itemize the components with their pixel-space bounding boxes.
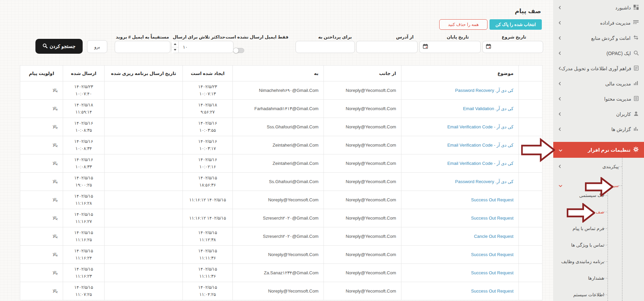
sidebar-item-content-management[interactable]: مدیریت محتوا [553, 91, 644, 106]
reports-icon [634, 126, 639, 132]
clear-selected-button[interactable]: انتخاب شده را پاک کن [489, 19, 542, 30]
start-date-field[interactable] [491, 41, 543, 53]
sidebar-item-dashboard[interactable]: داشبورد [553, 0, 644, 15]
toggle-knob [233, 48, 239, 53]
max-attempts-input[interactable] [171, 41, 233, 53]
search-button[interactable]: جستجو کردن [35, 39, 83, 54]
table-row: کی دی آر - Email Verification Code Norep… [20, 154, 542, 173]
document-delivery-icon [634, 66, 639, 72]
chevron-left-icon [559, 111, 561, 117]
subject-link[interactable]: کی دی آر. Password Recovery [455, 88, 513, 93]
pay-to-input[interactable] [296, 41, 355, 53]
content-icon [634, 96, 639, 102]
users-icon [634, 111, 639, 117]
subject-link[interactable]: کی دی آر - Email Verification Code [447, 143, 513, 148]
sidebar-item-metadata-management[interactable]: مدیریت فراداده [553, 15, 644, 30]
metadata-icon [633, 20, 639, 26]
sidebar-item-task-scheduler[interactable]: برنامه زمانبندی وظایف [553, 254, 644, 269]
col-header-to: به [233, 66, 324, 81]
end-date-field[interactable] [428, 41, 480, 53]
calendar-icon [423, 44, 428, 50]
finance-icon [634, 81, 639, 86]
table-row: Success Out Request Noreply@Yecomsoft.Co… [20, 209, 542, 227]
col-header-from: از جانب [324, 66, 401, 81]
spinner-up-button[interactable] [172, 41, 178, 47]
table-row: کی دی آر. Password Recovery Noreply@Yeco… [20, 81, 542, 100]
table-header-row: موضوع از جانب به ایجاد شده است تاریخ ارس… [20, 66, 542, 81]
table-row: کی دی آر. Email Validation Noreply@Yecom… [20, 100, 542, 118]
subject-link[interactable]: کی دی آر - Email Verification Code [447, 124, 513, 129]
subject-link[interactable]: کی دی آر. Email Validation [463, 106, 513, 111]
chevron-down-icon [559, 183, 562, 188]
table-row: Cancle Out Request Noreply@Yecomsoft.Com… [20, 227, 542, 246]
submenu-tree-line [622, 158, 622, 301]
max-attempts-label: حداکثر تلاش برای ارسال [173, 34, 225, 40]
sidebar-item-system-log[interactable]: لاگ سیستمی [553, 188, 644, 203]
table-row: Success Out Request Noreply@Yecomsoft.Co… [20, 191, 542, 209]
end-date-input[interactable] [419, 41, 481, 53]
sidebar-item-configuration[interactable]: پیکربندی [553, 159, 644, 174]
chevron-left-icon [559, 51, 561, 56]
spinner-down-button[interactable] [172, 47, 178, 53]
col-header-created: ایجاد شده است [183, 66, 233, 81]
col-header-priority: اولویت پیام [20, 66, 63, 81]
number-spinner [172, 41, 179, 53]
chevron-left-icon [559, 164, 561, 169]
calendar-icon [486, 44, 491, 50]
subject-link[interactable]: Cancle Out Request [474, 234, 513, 239]
start-date-label: تاریخ شروع [502, 34, 526, 40]
sidebar-item-financial-management[interactable]: مدیریت مالی [553, 76, 644, 91]
sidebar-item-users[interactable]: کاربران [553, 106, 644, 122]
sidebar-item-message-queue[interactable]: صف پیام [553, 204, 644, 219]
opac-search-icon [634, 50, 639, 56]
chevron-down-icon [559, 147, 562, 153]
max-attempts-field[interactable] [179, 41, 233, 53]
search-icon [43, 43, 48, 49]
subject-link[interactable]: کی دی آر - Email Verification Code [447, 161, 513, 166]
sidebar-item-contact-form[interactable]: فرم تماس با پیام [553, 221, 644, 236]
table-row: Success Out Request Noreply@Yecomsoft.Co… [20, 264, 542, 282]
message-queue-table: موضوع از جانب به ایجاد شده است تاریخ ارس… [20, 65, 542, 300]
col-header-scheduled: تاریخ ارسال برنامه ریزی شده [105, 66, 183, 81]
only-unsent-toggle[interactable] [233, 48, 244, 53]
chevron-left-icon [559, 66, 561, 71]
goto-email-field[interactable] [115, 41, 170, 53]
col-header-sent: ارسال شده [63, 66, 105, 81]
sidebar-item-opac[interactable]: اپک (OPAC) [553, 46, 644, 61]
delete-all-button[interactable]: همه را حذف کنید [439, 19, 487, 30]
chevron-left-icon [559, 127, 561, 132]
gear-icon [633, 147, 639, 153]
sidebar-item-software-settings[interactable]: تنظیمات نرم افزار [553, 142, 644, 158]
pay-to-label: برای پرداختن به [318, 34, 352, 40]
from-address-input[interactable] [356, 41, 418, 53]
subject-link[interactable]: Success Out Request [471, 289, 513, 294]
sidebar-item-system-info[interactable]: اطلاعات سیستم [553, 287, 644, 301]
goto-email-label: مستقیماً به ایمیل # بروید [116, 34, 169, 40]
subject-link[interactable]: Success Out Request [471, 216, 513, 221]
subject-link[interactable]: Success Out Request [471, 270, 513, 275]
from-address-field[interactable] [357, 41, 417, 53]
go-button[interactable]: برو [87, 40, 107, 53]
table-row: کی دی آر. Password Recovery Noreply@Yeco… [20, 173, 542, 191]
page-title: صف پیام [515, 7, 541, 15]
sidebar-item-document-delivery[interactable]: فراهم آوری اطلاعات و تحویل مدرک [553, 61, 644, 76]
table-row: کی دی آر - Email Verification Code Norep… [20, 136, 542, 154]
circulation-icon [633, 35, 639, 41]
goto-email-input[interactable] [115, 41, 170, 53]
chevron-left-icon [559, 5, 561, 10]
pay-to-field[interactable] [296, 41, 355, 53]
sidebar-item-contact-features[interactable]: تماس با ویژگی ها [553, 237, 644, 252]
sidebar-item-circulation[interactable]: امانت و گردش منابع [553, 30, 644, 46]
submenu-tree-line [608, 193, 608, 301]
from-address-label: از آدرس [396, 34, 414, 40]
sidebar-item-reports[interactable]: گزارش ها [553, 122, 644, 137]
start-date-input[interactable] [482, 41, 543, 53]
subject-link[interactable]: Success Out Request [471, 252, 513, 257]
sidebar: داشبورد مدیریت فراداده امانت و گردش مناب… [553, 0, 644, 301]
message-queue-page: صف پیام انتخاب شده را پاک کن همه را حذف … [0, 0, 644, 301]
subject-link[interactable]: کی دی آر. Password Recovery [455, 179, 513, 184]
sidebar-item-alerts[interactable]: هشدارها [553, 271, 644, 285]
subject-link[interactable]: Success Out Request [471, 197, 513, 202]
chevron-left-icon [559, 20, 561, 26]
chevron-left-icon [559, 81, 561, 86]
